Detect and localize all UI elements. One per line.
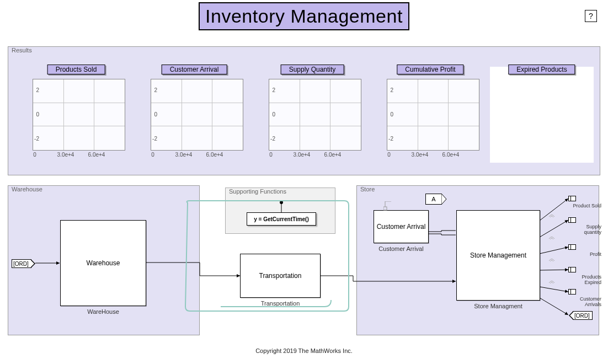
out-label: Supply quantity [568,224,601,235]
panel-results: Results Products Sold 2 0 -2 0 3.0e+4 6.… [8,46,600,175]
ytick: 0 [36,111,39,117]
formula-label: y = GetCurrentTime() [254,216,309,222]
out-label: Customer Arrivals [568,296,601,307]
page-title: Inventory Management [199,2,409,30]
node-icon [280,200,285,213]
ytick: 0 [390,111,393,117]
stub-icon [383,201,392,211]
xtick: 3.0e+4 [175,152,193,158]
out-label: Product Sold [568,203,601,208]
chart-area [151,79,243,151]
panel-supporting-functions: Supporting Functions y = GetCurrentTime(… [225,188,335,234]
panel-store: Store A Customer Arrival Customer Arriva… [356,185,599,335]
block-store-management[interactable]: Store Management [456,210,540,301]
chart-label: Products Sold [47,65,105,74]
pentagon-point-icon [441,194,447,206]
chart-label: Expired Products [508,65,575,74]
help-button[interactable]: ? [585,10,597,22]
panel-warehouse-title: Warehouse [12,186,42,192]
wireless-icon [548,278,555,285]
ytick: 2 [272,87,275,93]
ytick: -2 [34,136,39,142]
wireless-icon [548,256,555,263]
block-warehouse[interactable]: Warehouse [60,220,146,306]
ytick: 2 [390,87,393,93]
xtick: 0 [269,152,273,158]
ytick: -2 [270,136,275,142]
chart-label: Customer Arrival [162,65,227,74]
block-store-mgmt-caption: Store Managment [456,303,540,309]
ytick: -2 [388,136,393,142]
svg-rect-3 [383,207,387,210]
chart-supply-quantity[interactable]: Supply Quantity 2 0 -2 0 3.0e+4 6.0e+4 [254,67,370,166]
block-customer-arrival-label: Customer Arrival [377,223,426,231]
wireless-icon [548,234,555,240]
block-customer-arrival-caption: Customer Arrival [374,245,429,252]
block-warehouse-label: Warehouse [87,259,120,267]
xtick: 3.0e+4 [294,152,311,158]
out-label: Profit [568,251,601,257]
chart-customer-arrival[interactable]: Customer Arrival 2 0 -2 0 3.0e+4 6.0e+4 [136,67,252,166]
xtick: 0 [387,152,391,158]
chart-area [387,79,479,151]
chart-products-sold[interactable]: Products Sold 2 0 -2 0 3.0e+4 6.0e+4 [18,67,134,166]
xtick: 0 [33,152,36,158]
block-get-current-time[interactable]: y = GetCurrentTime() [247,212,316,226]
svg-marker-2 [441,194,446,205]
tag-ord-out[interactable]: [ORD] [573,311,593,320]
panel-store-title: Store [360,186,375,192]
wireless-icon [548,212,555,218]
ytick: -2 [152,136,157,142]
chart-expired-products[interactable]: Expired Products [490,67,594,163]
tag-a-label: A [431,196,435,202]
sink-profit[interactable] [568,244,576,250]
block-transportation[interactable]: Transportation [240,254,321,298]
xtick: 3.0e+4 [57,152,74,158]
sink-supply-quantity[interactable] [568,217,576,223]
block-transportation-label: Transportation [259,272,302,280]
copyright-text: Copyright 2019 The MathWorks Inc. [0,347,608,354]
panel-warehouse: Warehouse [ORD] Warehouse WareHouse [8,185,200,335]
tag-a[interactable]: A [425,194,442,205]
block-warehouse-caption: WareHouse [60,308,146,315]
sink-product-sold[interactable] [568,196,576,201]
svg-point-1 [280,201,283,204]
chart-area [269,79,361,151]
chart-label: Cumulative Profit [397,65,463,74]
block-transportation-caption: Transportation [240,300,321,307]
panel-results-title: Results [12,47,32,53]
xtick: 3.0e+4 [412,152,429,158]
chart-cumulative-profit[interactable]: Cumulative Profit 2 0 -2 0 3.0e+4 6.0e+4 [372,67,488,166]
xtick: 6.0e+4 [442,152,460,158]
sink-customer-arrivals[interactable] [568,289,576,295]
chart-area [33,79,125,151]
chart-label: Supply Quantity [281,65,344,74]
ytick: 0 [154,111,157,117]
xtick: 0 [151,152,154,158]
ytick: 0 [272,111,275,117]
xtick: 6.0e+4 [206,152,223,158]
ytick: 2 [154,87,157,93]
out-label: Products Expired [568,274,601,285]
sink-products-expired[interactable] [568,267,576,272]
block-customer-arrival[interactable]: Customer Arrival [374,210,429,243]
xtick: 6.0e+4 [324,152,342,158]
xtick: 6.0e+4 [88,152,105,158]
ytick: 2 [36,87,39,93]
block-store-mgmt-label: Store Management [470,251,526,259]
tag-ord-in[interactable]: [ORD] [12,259,31,268]
panel-supfn-title: Supporting Functions [229,188,286,195]
